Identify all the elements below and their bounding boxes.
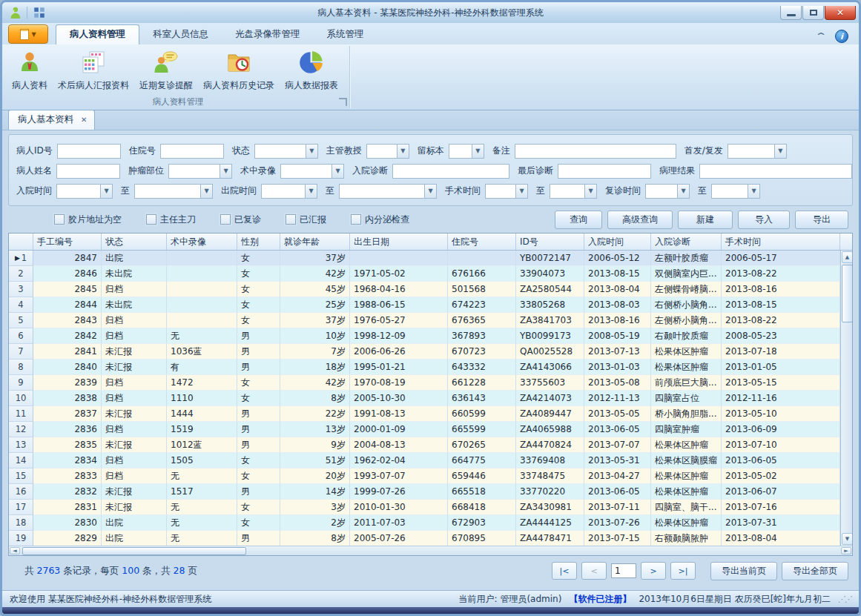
column-header[interactable]: 出生日期: [350, 234, 448, 250]
column-header[interactable]: 术中录像: [167, 234, 237, 250]
filter-checkbox[interactable]: 已汇报: [286, 213, 326, 226]
column-header[interactable]: [9, 234, 33, 250]
column-header[interactable]: 手工编号: [33, 234, 102, 250]
filter-select[interactable]: ▼: [550, 184, 597, 199]
app-menu-button[interactable]: ▼: [8, 24, 48, 44]
filter-input[interactable]: [515, 144, 676, 159]
table-row[interactable]: 162832未汇报1517男14岁1999-07-266655183377022…: [9, 484, 840, 500]
table-row[interactable]: 62842归档无男10岁1998-12-09367893YB0099173200…: [9, 328, 840, 344]
vertical-scrollbar[interactable]: ▲ ▼: [840, 251, 852, 546]
column-header[interactable]: 住院号: [448, 234, 516, 250]
dropdown-arrow-icon[interactable]: ▼: [472, 145, 484, 158]
dropdown-arrow-icon[interactable]: ▼: [305, 185, 317, 198]
ribbon-button[interactable]: 病人数据报表: [280, 48, 343, 94]
filter-input[interactable]: [699, 164, 852, 179]
ribbon-button[interactable]: 术后病人汇报资料: [53, 48, 134, 94]
dropdown-arrow-icon[interactable]: ▼: [397, 145, 409, 158]
table-row[interactable]: 182830出院无女2岁2011-07-03672903ZA4444125201…: [9, 515, 840, 531]
table-row[interactable]: 102838归档1110女8岁2005-10-30636143ZA4214073…: [9, 391, 840, 406]
checkbox-icon[interactable]: [146, 214, 156, 225]
table-row[interactable]: ▶12847出院女37岁YB00721472006-05-12左额叶胶质瘤200…: [9, 251, 840, 266]
filter-select[interactable]: ▼: [449, 144, 484, 159]
filter-select[interactable]: ▼: [168, 164, 232, 179]
collapse-ribbon-icon[interactable]: ⌃: [814, 31, 828, 42]
table-row[interactable]: 42844未出院女25岁1988-06-15674223338052682013…: [9, 297, 840, 313]
table-row[interactable]: 172831未汇报无女3岁2010-01-30668418ZA343098120…: [9, 500, 840, 515]
action-button[interactable]: 查询: [555, 211, 602, 229]
ribbon-tab[interactable]: 系统管理: [314, 25, 377, 44]
action-button[interactable]: 导入: [738, 211, 790, 229]
table-row[interactable]: 122836归档1519男13岁2000-01-09665599ZA406598…: [9, 422, 840, 437]
table-row[interactable]: 82840未汇报有男18岁1995-01-21643332ZA414306620…: [9, 360, 840, 375]
export-button[interactable]: 导出当前页: [710, 562, 777, 580]
vertical-scroll-thumb[interactable]: [842, 265, 852, 322]
filter-select[interactable]: ▼: [134, 184, 213, 199]
ribbon-tab[interactable]: 病人资料管理: [56, 24, 139, 44]
filter-select[interactable]: ▼: [261, 184, 317, 199]
filter-select[interactable]: ▼: [366, 144, 409, 159]
pager-page-input[interactable]: [611, 563, 636, 578]
filter-select[interactable]: ▼: [254, 144, 318, 159]
filter-select[interactable]: ▼: [728, 144, 787, 159]
maximize-button[interactable]: [802, 6, 824, 20]
ribbon-button[interactable]: 近期复诊提醒: [134, 48, 198, 94]
filter-input[interactable]: [57, 144, 121, 159]
action-button[interactable]: 导出: [795, 211, 848, 229]
checkbox-icon[interactable]: [351, 214, 361, 225]
table-row[interactable]: 72841未汇报1036蓝男7岁2006-06-26670723QA002552…: [9, 344, 840, 360]
action-button[interactable]: 新建: [678, 211, 733, 229]
minimize-button[interactable]: [780, 6, 802, 20]
filter-select[interactable]: ▼: [280, 164, 344, 179]
scroll-up-icon[interactable]: ▲: [842, 251, 852, 263]
table-row[interactable]: 152833归档无女20岁1993-07-0765944633748475201…: [9, 468, 840, 484]
dropdown-arrow-icon[interactable]: ▼: [424, 185, 436, 198]
filter-checkbox[interactable]: 已复诊: [220, 213, 261, 226]
filter-select[interactable]: ▼: [485, 184, 528, 199]
ribbon-button[interactable]: 病人资料: [7, 48, 53, 94]
ribbon-tab[interactable]: 科室人员信息: [139, 25, 222, 44]
scroll-right-icon[interactable]: ►: [841, 547, 851, 554]
table-row[interactable]: 22846未出院女42岁1971-05-02676166339040732013…: [9, 266, 840, 282]
dropdown-arrow-icon[interactable]: ▼: [584, 185, 596, 198]
dropdown-arrow-icon[interactable]: ▼: [774, 145, 786, 158]
filter-checkbox[interactable]: 主任主刀: [146, 213, 196, 226]
table-row[interactable]: 192829出院无男8岁2005-07-26670895ZA4478471201…: [9, 531, 840, 546]
column-header[interactable]: 手术时间: [722, 234, 840, 250]
info-icon[interactable]: i: [835, 30, 848, 43]
dropdown-arrow-icon[interactable]: ▼: [331, 165, 343, 178]
dropdown-arrow-icon[interactable]: ▼: [306, 145, 317, 158]
dropdown-arrow-icon[interactable]: ▼: [748, 185, 759, 198]
filter-input[interactable]: [558, 164, 651, 179]
dropdown-arrow-icon[interactable]: ▼: [220, 165, 231, 178]
table-row[interactable]: 132835未汇报1012蓝男9岁2004-08-13670265ZA44708…: [9, 437, 840, 453]
checkbox-icon[interactable]: [54, 214, 65, 225]
pager-next-button[interactable]: >: [641, 562, 666, 580]
filter-select[interactable]: ▼: [339, 184, 437, 199]
table-row[interactable]: 142834归档1505女51岁1962-02-0466477533769408…: [9, 453, 840, 468]
filter-select[interactable]: ▼: [645, 184, 690, 199]
filter-input[interactable]: [160, 144, 224, 159]
ribbon-button[interactable]: 病人资料历史记录: [198, 48, 280, 94]
filter-checkbox[interactable]: 内分泌检查: [351, 213, 409, 226]
dropdown-arrow-icon[interactable]: ▼: [200, 185, 212, 198]
filter-input[interactable]: [56, 164, 120, 179]
checkbox-icon[interactable]: [220, 214, 231, 225]
dropdown-arrow-icon[interactable]: ▼: [677, 185, 689, 198]
pager-first-button[interactable]: |<: [552, 562, 577, 580]
ribbon-tab[interactable]: 光盘录像带管理: [222, 25, 314, 44]
column-header[interactable]: 性别: [237, 234, 280, 250]
dialog-launcher-icon[interactable]: [339, 98, 347, 106]
document-tab[interactable]: 病人基本资料 ✕: [8, 110, 95, 130]
table-row[interactable]: 52843归档女37岁1976-05-27676365ZA38417032013…: [9, 313, 840, 328]
filter-select[interactable]: ▼: [711, 184, 760, 199]
column-header[interactable]: 入院诊断: [651, 234, 722, 250]
action-button[interactable]: 高级查询: [607, 211, 673, 229]
horizontal-scroll-thumb[interactable]: [22, 547, 246, 555]
scroll-left-icon[interactable]: ◄: [10, 547, 20, 554]
column-header[interactable]: 就诊年龄: [280, 234, 350, 250]
dropdown-arrow-icon[interactable]: ▼: [515, 185, 527, 198]
quick-access-grid-icon[interactable]: [32, 5, 47, 20]
column-header[interactable]: ID号: [516, 234, 584, 250]
export-button[interactable]: 导出全部页: [782, 562, 848, 580]
checkbox-icon[interactable]: [286, 214, 296, 225]
